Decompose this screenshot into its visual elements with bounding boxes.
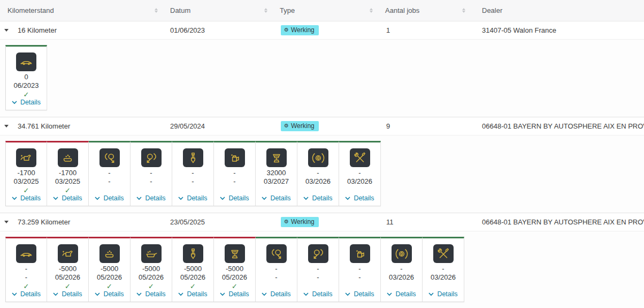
check-icon: ✓ — [148, 282, 154, 290]
datum-value: 23/05/2025 — [163, 218, 273, 226]
details-link[interactable]: Details — [95, 194, 124, 202]
details-link[interactable]: Details — [95, 290, 124, 298]
job-date: - — [275, 273, 277, 282]
details-link[interactable]: Details — [53, 290, 82, 298]
chevron-down-icon — [178, 292, 183, 296]
brake-disc-rear-icon — [308, 244, 328, 263]
details-link[interactable]: Details — [136, 290, 165, 298]
spark-plug-icon — [183, 244, 203, 263]
oil-dipstick-icon — [99, 244, 120, 263]
job-date: - — [25, 273, 27, 282]
details-label: Details — [312, 290, 332, 298]
job-card-strip: 0 06/2023 ✓ Details — [5, 45, 644, 110]
details-link[interactable]: Details — [262, 290, 290, 298]
kilometerstand-value: 73.259 Kilometer — [18, 218, 70, 226]
job-card: - - ✓ Details — [131, 141, 172, 206]
column-label: Dealer — [482, 6, 502, 14]
job-card: - - ✓ Details — [172, 141, 214, 206]
job-value: - — [347, 169, 372, 177]
sort-icon[interactable] — [264, 8, 267, 13]
job-value: - — [358, 265, 361, 273]
details-link[interactable]: Details — [303, 194, 332, 202]
details-link[interactable]: Details — [387, 290, 416, 298]
job-value: - — [191, 169, 194, 177]
sort-icon[interactable] — [155, 8, 158, 13]
chevron-down-icon — [220, 197, 225, 200]
job-value: - — [25, 265, 27, 273]
details-link[interactable]: Details — [220, 194, 249, 202]
chevron-down-icon — [136, 197, 142, 200]
column-header-kilometerstand[interactable]: Kilometerstand — [0, 0, 163, 21]
table-row[interactable]: 73.259 Kilometer 23/05/2025 ⚙ Werking 11… — [0, 213, 644, 231]
column-header-aantal-jobs[interactable]: Aantal jobs — [378, 0, 471, 21]
table-row[interactable]: 16 Kilometer 01/06/2023 ⚙ Werking 1 3140… — [0, 21, 644, 40]
details-label: Details — [312, 194, 332, 202]
job-card: - 03/2026 ✓ Details — [381, 237, 423, 302]
details-link[interactable]: Details — [12, 99, 41, 106]
job-date: 03/2026 — [347, 177, 372, 186]
expander-caret-icon[interactable] — [4, 29, 9, 32]
chevron-down-icon — [12, 101, 17, 104]
kilometerstand-value: 16 Kilometer — [18, 26, 57, 34]
job-card: -5000 05/2026 ✓ Details — [172, 237, 214, 302]
job-card: -5000 05/2026 ✓ Details — [214, 237, 256, 302]
job-card: -1700 03/2025 ✓ Details — [5, 141, 47, 206]
job-date: 05/2026 — [139, 273, 164, 282]
expander-caret-icon[interactable] — [4, 221, 9, 223]
status-badge-label: Werking — [291, 122, 315, 130]
brake-disc-rear-icon — [141, 148, 162, 167]
details-link[interactable]: Details — [178, 194, 207, 202]
details-label: Details — [62, 290, 82, 298]
chevron-down-icon — [345, 197, 350, 200]
expanded-job-panel: - - ✓ Details -5000 05/2026 ✓ Details -5… — [0, 231, 644, 308]
chevron-down-icon — [303, 197, 309, 200]
table-row[interactable]: 34.761 Kilometer 29/05/2024 ⚙ Werking 9 … — [0, 117, 644, 136]
column-label: Kilometerstand — [7, 6, 54, 14]
status-badge: ⚙ Werking — [281, 121, 319, 131]
check-icon: ✓ — [190, 282, 196, 290]
details-link[interactable]: Details — [12, 194, 41, 202]
check-icon: ✓ — [106, 282, 112, 290]
job-value: -1700 — [55, 169, 80, 177]
details-link[interactable]: Details — [136, 194, 165, 202]
check-icon: ✓ — [24, 186, 29, 194]
kilometerstand-cell: 73.259 Kilometer — [0, 218, 163, 226]
details-link[interactable]: Details — [345, 290, 374, 298]
details-link[interactable]: Details — [53, 194, 82, 202]
details-link[interactable]: Details — [12, 290, 41, 298]
oil-dipstick-icon — [58, 148, 78, 167]
job-value: -5000 — [222, 265, 247, 273]
details-link[interactable]: Details — [345, 194, 374, 202]
details-link[interactable]: Details — [303, 290, 332, 298]
details-label: Details — [103, 194, 124, 202]
details-link[interactable]: Details — [262, 194, 290, 202]
details-label: Details — [145, 194, 165, 202]
chevron-down-icon — [53, 197, 58, 200]
details-label: Details — [103, 290, 124, 298]
column-header-dealer: Dealer — [471, 0, 644, 21]
sort-icon[interactable] — [370, 8, 373, 13]
details-label: Details — [437, 290, 457, 298]
job-card: - - ✓ Details — [214, 141, 256, 206]
check-icon: ✓ — [65, 282, 71, 290]
chevron-down-icon — [12, 292, 17, 296]
expander-caret-icon[interactable] — [4, 125, 9, 127]
job-card: - - ✓ Details — [89, 141, 131, 206]
sort-icon[interactable] — [462, 8, 465, 13]
column-header-type[interactable]: Type — [273, 0, 378, 21]
column-header-datum[interactable]: Datum — [163, 0, 273, 21]
details-link[interactable]: Details — [428, 290, 457, 298]
details-link[interactable]: Details — [220, 290, 249, 298]
details-label: Details — [228, 290, 249, 298]
details-link[interactable]: Details — [178, 290, 207, 298]
tools-icon — [433, 244, 454, 263]
job-value: -1700 — [14, 169, 39, 177]
details-label: Details — [20, 99, 41, 106]
chevron-down-icon — [428, 292, 434, 296]
details-label: Details — [20, 290, 41, 298]
job-value: - — [275, 265, 277, 273]
expanded-job-panel: -1700 03/2025 ✓ Details -1700 03/2025 ✓ … — [0, 136, 644, 213]
job-date: 05/2026 — [97, 273, 122, 282]
check-icon: ✓ — [24, 91, 29, 99]
job-card: - 03/2026 ✓ Details — [423, 237, 464, 302]
